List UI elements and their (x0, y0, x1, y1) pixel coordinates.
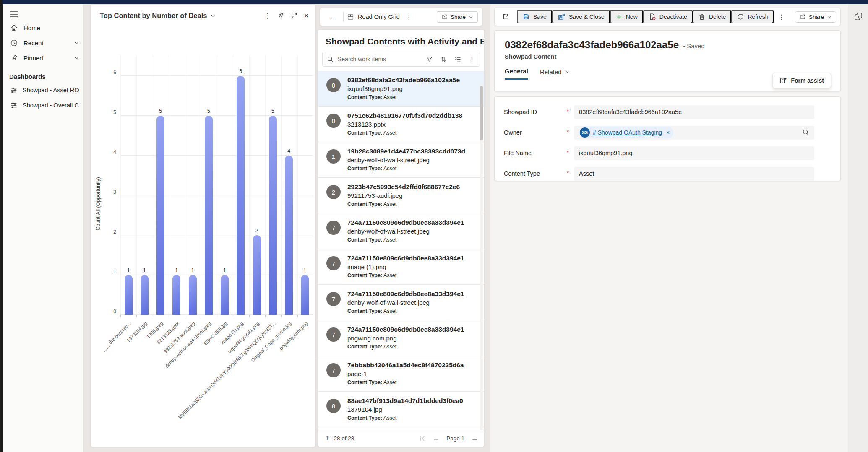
list-item[interactable]: 8 88ae147bf913d9a14d7d1bdded3f0ea0 13791… (318, 392, 484, 427)
bar[interactable] (221, 275, 229, 315)
scrollbar-thumb[interactable] (480, 86, 483, 140)
list-item[interactable]: 7 724a71150e809c6d9db0ee8a33d394e1 denby… (318, 285, 484, 320)
bar-column[interactable]: 51386.jpeg (153, 55, 169, 315)
sidebar-item-dashboard-asset-roi[interactable]: Showpad - Asset ROI (3, 83, 83, 98)
bar[interactable] (285, 156, 293, 315)
close-chart-icon[interactable]: × (304, 11, 309, 20)
bar[interactable] (269, 116, 277, 315)
deactivate-button[interactable]: Deactivate (643, 10, 693, 23)
bar[interactable] (205, 116, 213, 315)
lookup-search-icon[interactable] (802, 129, 810, 136)
chevron-down-icon[interactable] (210, 13, 216, 18)
form-assist-button[interactable]: Form assist (772, 73, 831, 88)
dashboard-item-label: Showpad - Overall C... (23, 102, 79, 109)
more-options-icon[interactable]: ⋮ (406, 13, 412, 21)
first-page-icon[interactable] (419, 435, 426, 442)
refresh-button[interactable]: Refresh (731, 10, 774, 23)
bar[interactable] (156, 116, 164, 315)
back-arrow-icon[interactable]: ← (325, 12, 340, 21)
bar-value-label: 1 (223, 268, 226, 273)
bar-column[interactable]: 5MV5BMzU5ZGYzNmQtMTdhYy00OGRiLTg0NmQtYjV… (265, 55, 281, 315)
list-item[interactable]: 1 19b28c3089e1d4e477bc38393cdd073d denby… (318, 142, 484, 178)
sidebar-item-dashboard-overall[interactable]: Showpad - Overall C... (3, 98, 83, 113)
entity-name: Showpad Content (505, 53, 830, 60)
filter-icon[interactable] (426, 56, 433, 63)
x-axis-ticks (120, 315, 313, 317)
save-status: - Saved (683, 42, 705, 49)
expand-chart-icon[interactable] (290, 12, 298, 19)
record-range: 1 - 28 of 28 (326, 435, 354, 442)
row-checklist-icon[interactable] (454, 56, 461, 63)
bar-column[interactable]: 199211753-audi.jpeg (185, 55, 201, 315)
bar-column[interactable]: 6image (1).png (233, 55, 249, 315)
chevron-down-icon (469, 15, 473, 19)
bar-chart: Count:All (Opportunity) 0 1 2 3 4 5 6 1_… (91, 30, 316, 447)
plus-icon (615, 13, 623, 21)
list-item[interactable]: 7 724a71150e809c6d9db0ee8a33d394e1 pngwi… (318, 320, 484, 356)
list-item[interactable]: 0 0382ef68dafa3c43fadeb966a102aa5e ixquu… (318, 71, 484, 107)
sidebar-item-home[interactable]: Home (3, 20, 83, 35)
showpad-id-input[interactable]: 0382ef68dafa3c43fadeb966a102aa5e (574, 105, 814, 119)
content-type-input[interactable]: Asset (574, 167, 814, 181)
open-in-new-window-icon[interactable] (499, 10, 513, 23)
dashboard-icon (10, 101, 18, 109)
bar-column[interactable]: 13213123.pptx (169, 55, 185, 315)
item-title: 724a71150e809c6d9db0ee8a33d394e1 (347, 290, 464, 298)
sidebar-item-pinned[interactable]: Pinned (3, 50, 83, 65)
pin-chart-icon[interactable] (277, 12, 284, 19)
new-button[interactable]: New (610, 10, 643, 23)
field-owner: Owner * SS # Showpad OAuth Staging × (504, 126, 831, 139)
sidebar-item-recent[interactable]: Recent (3, 35, 83, 50)
owner-link[interactable]: # Showpad OAuth Staging (593, 129, 662, 136)
bar-column[interactable]: 11379104.jpg (136, 55, 152, 315)
bar-column[interactable]: 1___ the best rec... (120, 55, 136, 315)
list-item[interactable]: 7 7ebbabb42046a1a5d4ec8f4870235d6a page-… (318, 356, 484, 392)
bar-value-label: 1 (191, 268, 194, 273)
bar-column[interactable]: 5denby-wolf-of-wall-street.jpeg (201, 55, 216, 315)
bar[interactable] (141, 275, 149, 315)
chevron-down-icon[interactable] (74, 40, 79, 46)
list-item[interactable]: 0 0751c62b481916770f0f3d70d2ddb138 32131… (318, 107, 484, 142)
more-options-icon[interactable]: ⋮ (264, 12, 271, 19)
bar[interactable] (301, 275, 309, 315)
list-item[interactable]: 2 2923b47c5993c54d2ffd0f688677c2e6 99211… (318, 178, 484, 213)
bar-column[interactable]: 2ixquuf36gmp91.png (249, 55, 265, 315)
tab-related[interactable]: Related (540, 68, 570, 79)
bar[interactable] (253, 235, 261, 315)
more-options-icon[interactable]: ⋮ (469, 55, 475, 63)
copilot-icon[interactable] (853, 11, 864, 452)
refresh-icon (737, 13, 744, 21)
delete-button[interactable]: Delete (693, 10, 731, 23)
previous-page-icon[interactable]: ← (433, 434, 440, 443)
sort-icon[interactable] (440, 56, 447, 63)
hamburger-menu-icon[interactable] (3, 4, 83, 20)
next-page-icon[interactable]: → (471, 434, 478, 443)
bar-column[interactable]: 1ESKO-995.jpg (217, 55, 233, 315)
chevron-down-icon[interactable] (74, 55, 79, 61)
share-button[interactable]: Share (795, 11, 836, 23)
owner-lookup-field[interactable]: SS # Showpad OAuth Staging × (574, 126, 814, 140)
owner-pill[interactable]: SS # Showpad OAuth Staging × (579, 127, 673, 138)
bar[interactable] (189, 275, 197, 315)
list-item[interactable]: 7 724a71150e809c6d9db0ee8a33d394e1 image… (318, 249, 484, 285)
command-divider (515, 12, 515, 21)
remove-owner-icon[interactable]: × (666, 129, 670, 136)
save-and-close-button[interactable]: Save & Close (552, 10, 610, 23)
bar[interactable] (172, 275, 180, 315)
search-input[interactable] (338, 56, 426, 62)
bar[interactable] (237, 76, 245, 315)
tab-general[interactable]: General (505, 68, 528, 80)
bar[interactable] (125, 275, 133, 315)
page-indicator: Page 1 (446, 435, 464, 442)
activity-count-badge: 1 (326, 149, 341, 164)
file-name-input[interactable]: ixquuf36gmp91.png (574, 146, 814, 160)
more-commands-icon[interactable]: ⋮ (774, 13, 789, 21)
required-asterisk: * (567, 108, 569, 114)
share-button[interactable]: Share (437, 11, 478, 23)
bar-column[interactable]: 1pngwing.com.png (297, 55, 313, 315)
view-selector[interactable]: Read Only Grid (347, 13, 400, 21)
bar-column[interactable]: 4Original_Doge_meme.jpg (281, 55, 297, 315)
bar-value-label: 2 (255, 228, 258, 234)
list-item[interactable]: 7 724a71150e809c6d9db0ee8a33d394e1 denby… (318, 213, 484, 249)
save-button[interactable]: Save (517, 10, 552, 23)
